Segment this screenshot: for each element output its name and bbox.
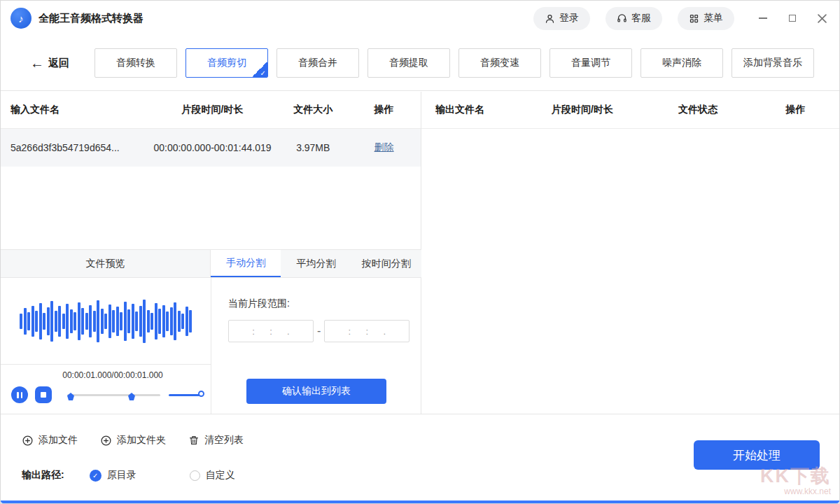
waveform-bar <box>147 310 150 332</box>
volume-slider[interactable] <box>169 394 202 396</box>
col-segment-time: 片段时间/时长 <box>519 104 645 116</box>
back-arrow-icon: ← <box>30 55 44 71</box>
add-folder-button[interactable]: 添加文件夹 <box>100 434 166 447</box>
waveform-bar <box>74 312 76 330</box>
tab-add-bgm[interactable]: 添加背景音乐 <box>732 48 814 78</box>
radio-original-label: 原目录 <box>107 469 136 482</box>
waveform-bar <box>62 314 65 329</box>
input-panel: 输入文件名 片段时间/时长 文件大小 操作 5a266d3f3b54719d65… <box>1 92 421 414</box>
stop-button[interactable] <box>35 386 52 403</box>
tab-audio-convert[interactable]: 音频转换 <box>94 48 177 78</box>
check-icon: ✓ <box>260 70 266 77</box>
logo-note-glyph: ♪ <box>18 13 24 24</box>
watermark: KK下载 www.kkx.net <box>760 466 831 496</box>
support-label: 客服 <box>631 12 651 24</box>
delete-link[interactable]: 删除 <box>374 141 394 153</box>
tab-volume-adjust[interactable]: 音量调节 <box>550 48 632 78</box>
tab-audio-cut[interactable]: 音频剪切 ✓ <box>186 48 268 78</box>
tab-manual-split[interactable]: 手动分割 <box>211 250 281 277</box>
start-processing-button[interactable]: 开始处理 <box>694 440 820 470</box>
radio-checked-icon: ✓ <box>90 470 102 482</box>
waveform-bar <box>97 300 99 342</box>
login-button[interactable]: 登录 <box>533 7 590 30</box>
tab-time-split[interactable]: 按时间分割 <box>351 250 421 277</box>
table-row[interactable]: 5a266d3f3b54719d654... 00:00:00.000-00:0… <box>1 129 421 167</box>
input-table-header: 输入文件名 片段时间/时长 文件大小 操作 <box>1 92 421 129</box>
tab-label: 音量调节 <box>571 57 610 69</box>
tab-label: 音频转换 <box>116 57 155 69</box>
window-controls <box>758 13 827 23</box>
tab-audio-merge[interactable]: 音频合并 <box>276 48 359 78</box>
tab-label: 手动分割 <box>226 257 265 270</box>
waveform-bar <box>47 307 50 335</box>
back-label: 返回 <box>48 57 69 70</box>
waveform-bar <box>155 303 158 340</box>
app-title: 全能王音频格式转换器 <box>38 12 144 25</box>
tab-label: 噪声消除 <box>662 57 701 69</box>
waveform-bar <box>101 309 104 334</box>
col-segment-time: 片段时间/时长 <box>146 104 279 116</box>
waveform-bar <box>139 306 142 337</box>
waveform-bar <box>78 302 80 340</box>
add-file-label: 添加文件 <box>38 434 78 447</box>
waveform-bar <box>124 302 127 341</box>
cell-filename: 5a266d3f3b54719d654... <box>1 142 146 153</box>
trash-icon <box>188 435 200 446</box>
time-separator: . <box>383 326 386 337</box>
tab-noise-removal[interactable]: 噪声消除 <box>640 48 723 78</box>
titlebar: ♪ 全能王音频格式转换器 登录 客服 菜单 <box>1 1 839 36</box>
tab-average-split[interactable]: 平均分割 <box>281 250 351 277</box>
active-corner-badge: ✓ <box>252 62 267 77</box>
waveform-bar <box>50 301 53 342</box>
tab-label: 按时间分割 <box>362 258 411 270</box>
plus-circle-icon <box>22 435 34 447</box>
time-separator: . <box>287 326 290 337</box>
pause-icon <box>17 392 19 398</box>
seek-slider[interactable] <box>67 394 160 396</box>
menu-button[interactable]: 菜单 <box>678 7 734 30</box>
waveform-bar <box>178 311 181 332</box>
waveform-bar <box>158 309 161 334</box>
stop-icon <box>41 392 46 398</box>
waveform-bar <box>143 300 146 343</box>
support-button[interactable]: 客服 <box>606 7 662 30</box>
waveform-bar <box>43 313 46 330</box>
playback-controls: 00:00:01.000/00:00:01.000 <box>1 365 211 414</box>
tab-label: 音频剪切 <box>207 57 246 69</box>
user-icon <box>545 13 555 24</box>
back-button[interactable]: ← 返回 <box>30 55 69 71</box>
waveform-bar <box>85 313 88 330</box>
pause-icon <box>21 392 23 398</box>
output-path-row: 输出路径: ✓ 原目录 自定义 <box>22 469 288 482</box>
waveform-bar <box>93 311 96 332</box>
tab-label: 音频提取 <box>389 57 428 69</box>
tab-audio-speed[interactable]: 音频变速 <box>458 48 541 78</box>
minimize-icon[interactable] <box>758 13 768 23</box>
add-file-button[interactable]: 添加文件 <box>22 434 78 447</box>
volume-handle[interactable] <box>198 391 204 397</box>
time-separator: : <box>366 326 369 337</box>
clear-list-button[interactable]: 清空列表 <box>188 434 244 447</box>
range-end-input[interactable]: : : . <box>324 320 410 342</box>
waveform-bar <box>116 307 119 336</box>
app-window: ♪ 全能王音频格式转换器 登录 客服 菜单 ← 返回 音频转换 <box>0 0 840 504</box>
list-actions: 添加文件 添加文件夹 清空列表 <box>22 434 244 447</box>
cell-segment-time: 00:00:00.000-00:01:44.019 <box>146 142 279 153</box>
tab-audio-extract[interactable]: 音频提取 <box>368 48 450 78</box>
time-separator: : <box>252 326 255 337</box>
output-panel: 输出文件名 片段时间/时长 文件状态 操作 <box>421 92 840 414</box>
tab-label: 音频合并 <box>298 57 337 69</box>
range-start-input[interactable]: : : . <box>228 320 314 342</box>
output-path-label: 输出路径: <box>22 469 64 482</box>
playback-time: 00:00:01.000/00:00:01.000 <box>51 370 174 380</box>
tool-tabs: 音频转换 音频剪切 ✓ 音频合并 音频提取 音频变速 音量调节 噪声消除 添加背… <box>94 48 814 78</box>
maximize-icon[interactable] <box>788 13 797 23</box>
add-folder-label: 添加文件夹 <box>117 434 166 447</box>
pause-button[interactable] <box>11 386 28 403</box>
tab-label: 平均分割 <box>296 258 335 270</box>
toolbar: ← 返回 音频转换 音频剪切 ✓ 音频合并 音频提取 音频变速 音量调节 噪声消… <box>1 36 839 91</box>
radio-custom-dir[interactable]: 自定义 <box>190 469 235 482</box>
radio-original-dir[interactable]: ✓ 原目录 <box>90 469 136 482</box>
confirm-output-button[interactable]: 确认输出到列表 <box>246 379 386 404</box>
close-icon[interactable] <box>817 13 827 23</box>
